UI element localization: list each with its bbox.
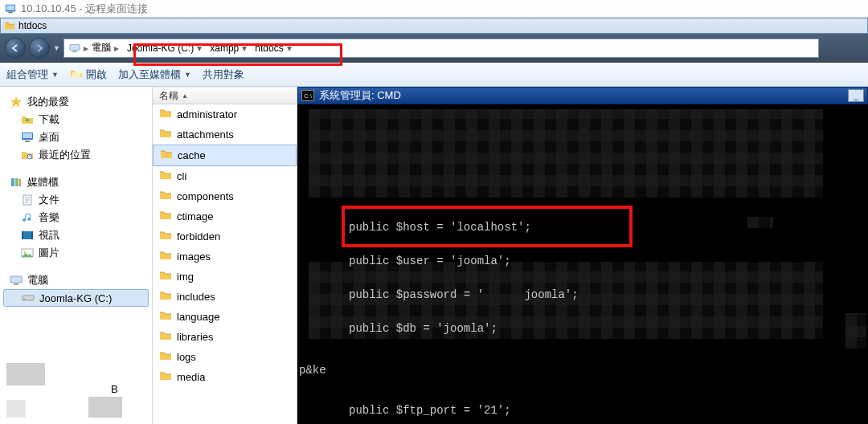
svg-rect-9	[11, 178, 14, 186]
libraries-icon	[10, 176, 23, 189]
toolbar-share[interactable]: 共用對象	[203, 67, 244, 82]
file-row-cache[interactable]: cache	[153, 145, 297, 166]
svg-point-17	[24, 251, 27, 254]
svg-rect-20	[23, 296, 34, 300]
nav-downloads[interactable]: 下載	[3, 111, 149, 128]
file-row-includes[interactable]: includes	[153, 287, 297, 307]
minimize-button[interactable]: _	[848, 89, 864, 102]
explorer-main: 我的最愛 下載 桌面 最近的位置 媒體櫃 文件 音樂 視訊 圖片 電腦 Joom…	[0, 87, 868, 424]
svg-rect-4	[72, 51, 76, 52]
recent-icon	[21, 149, 34, 161]
file-name: logs	[177, 351, 196, 363]
file-row-img[interactable]: img	[153, 267, 297, 287]
file-name: img	[177, 271, 194, 283]
file-row-logs[interactable]: logs	[153, 347, 297, 367]
nav-desktop[interactable]: 桌面	[3, 128, 149, 146]
rdp-icon	[5, 3, 16, 14]
file-row-ctimage[interactable]: ctimage	[153, 206, 297, 226]
breadcrumb-part-2[interactable]: htdocs▾	[252, 39, 296, 57]
cmd-icon: C:\	[301, 90, 314, 101]
file-name: attachments	[177, 128, 234, 141]
cmd-window[interactable]: C:\ 系統管理員: CMD _ public $host = 'localho…	[297, 87, 868, 424]
nav-libraries-head[interactable]: 媒體櫃	[3, 173, 149, 191]
music-icon	[21, 211, 34, 224]
file-name: cache	[178, 149, 206, 161]
file-row-attachments[interactable]: attachments	[153, 124, 297, 145]
folder-icon	[159, 127, 172, 142]
sort-asc-icon: ▲	[182, 92, 188, 100]
file-list-pane[interactable]: 名稱 ▲ administratorattachmentscacheclicom…	[153, 87, 297, 424]
breadcrumb-part-0[interactable]: Joomla-KG (C:)▾	[124, 39, 207, 57]
svg-rect-13	[22, 231, 33, 239]
svg-rect-6	[23, 133, 32, 138]
file-name: administrator	[177, 108, 237, 120]
folder-icon	[159, 309, 172, 324]
chevron-right-icon[interactable]: ▸	[113, 43, 121, 54]
videos-icon	[21, 229, 34, 242]
toolbar-organize[interactable]: 組合管理 ▼	[6, 67, 59, 82]
stray-letter: B	[111, 383, 118, 395]
file-row-forbidden[interactable]: forbidden	[153, 226, 297, 247]
desktop-icon	[21, 131, 34, 144]
address-bar[interactable]: ▸ 電腦 ▸ Joomla-KG (C:)▾ xampp▾ htdocs▾	[63, 39, 819, 58]
cmd-body[interactable]: public $host = 'localhost'; public $user…	[297, 104, 868, 336]
nav-documents[interactable]: 文件	[3, 191, 149, 209]
nav-computer-head[interactable]: 電腦	[3, 271, 149, 289]
svg-rect-2	[8, 11, 12, 13]
file-row-language[interactable]: language	[153, 307, 297, 327]
nav-videos[interactable]: 視訊	[3, 226, 149, 244]
folder-icon	[159, 289, 172, 304]
breadcrumb-root-label: 電腦	[92, 41, 111, 55]
explorer-titlebar[interactable]: htdocs	[0, 18, 868, 34]
breadcrumb-root[interactable]: ▸ 電腦 ▸	[66, 39, 124, 57]
nav-pictures[interactable]: 圖片	[3, 244, 149, 262]
file-name: ctimage	[177, 210, 214, 222]
chevron-right-icon[interactable]: ▸	[82, 43, 90, 54]
file-row-cli[interactable]: cli	[153, 166, 297, 186]
toolbar-open[interactable]: 開啟	[70, 67, 107, 82]
cmd-title-text: 系統管理員: CMD	[319, 88, 401, 103]
nav-favorites-head[interactable]: 我的最愛	[3, 93, 149, 111]
cmd-line: public $host = 'localhost';	[349, 219, 579, 236]
pixelated-region	[845, 313, 866, 349]
nav-recent[interactable]: 最近的位置	[3, 146, 149, 164]
nav-history-dropdown[interactable]: ▼	[53, 44, 60, 52]
rdp-title-bar: 10.10.10.45 - 远程桌面连接	[0, 0, 868, 18]
file-row-libraries[interactable]: libraries	[153, 327, 297, 347]
file-name: images	[177, 251, 211, 263]
folder-icon	[4, 20, 15, 31]
chevron-right-icon[interactable]: ▾	[285, 43, 293, 54]
nav-drive-c[interactable]: Joomla-KG (C:)	[3, 289, 149, 307]
folder-icon	[159, 229, 172, 244]
file-row-administrator[interactable]: administrator	[153, 104, 297, 124]
nav-pane[interactable]: 我的最愛 下載 桌面 最近的位置 媒體櫃 文件 音樂 視訊 圖片 電腦 Joom…	[0, 87, 153, 424]
computer-icon	[10, 274, 23, 287]
chevron-right-icon[interactable]: ▾	[240, 43, 248, 54]
toolbar-addlibrary[interactable]: 加入至媒體櫃 ▼	[118, 67, 191, 82]
chevron-down-icon: ▼	[51, 71, 59, 79]
svg-rect-19	[14, 283, 18, 285]
svg-rect-10	[15, 178, 18, 186]
column-header-name[interactable]: 名稱 ▲	[153, 87, 297, 104]
cmd-line: public $ftp_port = '21';	[349, 402, 579, 419]
downloads-icon	[21, 113, 34, 126]
back-button[interactable]	[5, 38, 26, 59]
folder-icon	[159, 369, 172, 385]
forward-button[interactable]	[29, 38, 50, 59]
folder-icon	[159, 189, 172, 204]
file-name: libraries	[177, 331, 214, 343]
file-row-images[interactable]: images	[153, 247, 297, 267]
chevron-right-icon[interactable]: ▾	[195, 43, 203, 54]
breadcrumb-part-1[interactable]: xampp▾	[207, 39, 252, 57]
file-name: forbidden	[177, 230, 220, 243]
file-row-media[interactable]: media	[153, 367, 297, 387]
cmd-line: public $user = 'joomla';	[349, 253, 579, 270]
cmd-titlebar[interactable]: C:\ 系統管理員: CMD _	[297, 87, 868, 104]
nav-music[interactable]: 音樂	[3, 209, 149, 226]
file-row-components[interactable]: components	[153, 186, 297, 206]
folder-icon	[159, 329, 172, 344]
folder-icon	[159, 249, 172, 264]
svg-rect-7	[25, 141, 30, 142]
svg-rect-11	[19, 179, 21, 186]
folder-icon	[159, 107, 172, 122]
